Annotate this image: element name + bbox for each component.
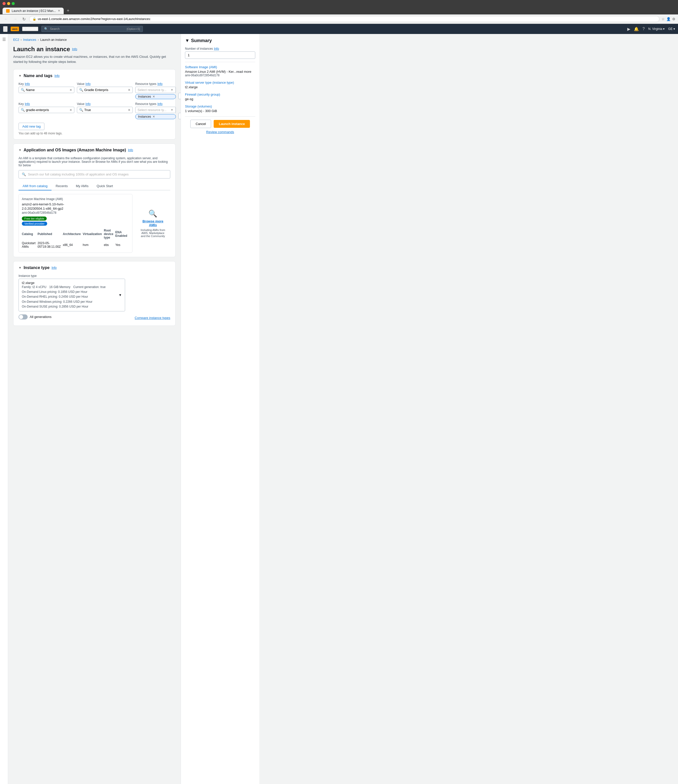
tab-favicon [6, 9, 9, 13]
ami-catalog-row: Amazon Machine Image (AMI) amzn2-ami-ker… [19, 194, 170, 253]
instance-type-info-link[interactable]: Info [51, 266, 56, 269]
search-bar[interactable]: 🔍 [Option+S] [41, 26, 143, 32]
search-input[interactable] [50, 27, 125, 31]
all-generations-switch[interactable] [19, 314, 28, 319]
browse-amis-link[interactable]: Browse more AMIs [140, 219, 165, 227]
address-bar[interactable]: 🔒 [29, 16, 659, 22]
instances-badge-remove-1[interactable]: ✕ [153, 95, 155, 98]
traffic-light-close[interactable] [3, 2, 6, 5]
value-clear-1[interactable]: ✕ [128, 88, 131, 92]
ami-tab-catalog[interactable]: AMI from catalog [19, 182, 51, 190]
review-commands-link[interactable]: Review commands [185, 130, 255, 134]
cancel-button[interactable]: Cancel [190, 120, 211, 128]
nav-refresh-button[interactable]: ↻ [21, 16, 27, 22]
breadcrumb-ec2[interactable]: EC2 [13, 38, 19, 42]
key-input-2[interactable]: 🔍 ✕ [19, 107, 74, 113]
ami-search-input[interactable] [28, 173, 167, 176]
search-icon: 🔍 [44, 27, 48, 31]
ami-cell-root: ebs [104, 240, 115, 249]
ami-col-arch: Architecture [63, 228, 83, 240]
region-selector[interactable]: N. Virginia ▾ [648, 27, 664, 31]
traffic-light-maximize[interactable] [12, 2, 15, 5]
key-info-2[interactable]: Info [25, 102, 30, 106]
key-input-1[interactable]: 🔍 ✕ [19, 87, 74, 93]
key-info-1[interactable]: Info [25, 82, 30, 86]
new-tab-button[interactable]: + [65, 7, 72, 14]
page-info-link[interactable]: Info [72, 47, 77, 51]
profile-button[interactable]: 👤 [666, 17, 671, 21]
ami-cell-arch: x86_64 [63, 240, 83, 249]
ami-details-table: Catalog Published Architecture Virtualiz… [22, 228, 129, 249]
browser-tab[interactable]: Launch an instance | EC2 Man... ✕ [3, 8, 64, 14]
ami-col-virt: Virtualization [83, 228, 104, 240]
server-type-title[interactable]: Virtual server type (instance type) [185, 81, 255, 84]
nav-forward-button[interactable]: → [12, 16, 19, 22]
help-icon[interactable]: ? [642, 26, 645, 31]
instance-current-gen: Current generation: true [73, 285, 106, 289]
software-image-title[interactable]: Software Image (AMI) [185, 65, 255, 69]
nav-back-button[interactable]: ← [3, 16, 9, 22]
value-info-2[interactable]: Info [86, 102, 90, 106]
compare-instance-types-link[interactable]: Compare instance types [135, 316, 170, 320]
hamburger-menu-button[interactable]: ☰ [3, 26, 8, 32]
ami-info-link[interactable]: Info [128, 148, 133, 152]
ami-collapse-icon[interactable]: ▼ [19, 148, 22, 152]
remove-tag-2[interactable]: Remove [178, 113, 181, 119]
ami-tab-recents[interactable]: Recents [51, 182, 72, 190]
tag-row-1: Key Info 🔍 ✕ Value Info [19, 82, 170, 99]
summary-collapse-icon[interactable]: ▼ [185, 38, 190, 44]
value-input-1[interactable]: 🔍 ✕ [77, 87, 133, 93]
services-menu-button[interactable]: ⊞ Services [22, 26, 38, 31]
num-instances-input[interactable] [185, 51, 255, 59]
key-text-input-2[interactable] [26, 108, 69, 112]
sidebar-toggle-button[interactable]: ☰ [0, 34, 8, 784]
bell-icon[interactable]: 🔔 [634, 26, 639, 31]
instance-memory: 16 GiB Memory [49, 285, 70, 289]
username-menu[interactable]: GE ▾ [668, 27, 675, 31]
summary-title: ▼ Summary [185, 38, 255, 44]
breadcrumb-sep-2: › [38, 38, 39, 42]
video-icon[interactable]: ▶ [627, 26, 630, 31]
name-tags-info-link[interactable]: Info [55, 74, 60, 78]
storage-title[interactable]: Storage (volumes) [185, 104, 255, 108]
url-input[interactable] [38, 17, 656, 21]
firewall-title[interactable]: Firewall (security group) [185, 93, 255, 96]
resource-select-1[interactable]: Select resource ty... ▼ [135, 87, 176, 93]
instance-type-field: Instance type t2.xlarge Family: t2 4 vCP… [19, 274, 170, 311]
resource-field-1: Resource types Info Select resource ty..… [135, 82, 176, 93]
value-text-input-1[interactable] [84, 88, 127, 92]
resource-info-2[interactable]: Info [157, 102, 162, 106]
storage-value: 1 volume(s) - 300 GiB [185, 109, 255, 113]
instance-type-collapse-icon[interactable]: ▼ [19, 266, 22, 269]
launch-instance-button[interactable]: Launch instance [214, 120, 250, 128]
traffic-light-minimize[interactable] [7, 2, 10, 5]
key-clear-2[interactable]: ✕ [70, 108, 72, 112]
instance-type-selector[interactable]: t2.xlarge Family: t2 4 vCPU 16 GiB Memor… [19, 278, 125, 311]
badge-free-tier: Free tier eligible [22, 216, 47, 221]
value-input-2[interactable]: 🔍 ✕ [77, 107, 133, 113]
value-text-input-2[interactable] [84, 108, 127, 112]
key-clear-1[interactable]: ✕ [70, 88, 72, 92]
ami-search-bar[interactable]: 🔍 [19, 170, 170, 179]
ami-tab-quickstart[interactable]: Quick Start [93, 182, 117, 190]
key-text-input-1[interactable] [26, 88, 69, 92]
resource-select-2[interactable]: Select resource ty... ▼ [135, 107, 176, 113]
add-new-tag-button[interactable]: Add new tag [19, 123, 44, 130]
num-instances-info[interactable]: Info [214, 47, 219, 50]
name-tags-collapse-icon[interactable]: ▼ [19, 74, 22, 78]
aws-logo: aws [11, 26, 19, 31]
ami-tab-myamis[interactable]: My AMIs [72, 182, 93, 190]
value-info-1[interactable]: Info [86, 82, 90, 86]
search-shortcut: [Option+S] [127, 27, 140, 30]
bookmark-button[interactable]: ☆ [661, 17, 665, 21]
tab-close-button[interactable]: ✕ [58, 9, 60, 12]
extensions-button[interactable]: ⚙ [672, 17, 675, 21]
remove-tag-1[interactable]: Remove [178, 93, 181, 99]
ami-id: ami-06a0cd9728546d178 [22, 211, 129, 215]
value-clear-2[interactable]: ✕ [128, 108, 131, 112]
breadcrumb-instances[interactable]: Instances [23, 38, 36, 42]
ami-cell-catalog: Quickstart AMIs [22, 240, 37, 249]
resource-field-2: Resource types Info Select resource ty..… [135, 102, 176, 113]
resource-info-1[interactable]: Info [157, 82, 162, 86]
instances-badge-remove-2[interactable]: ✕ [153, 115, 155, 118]
